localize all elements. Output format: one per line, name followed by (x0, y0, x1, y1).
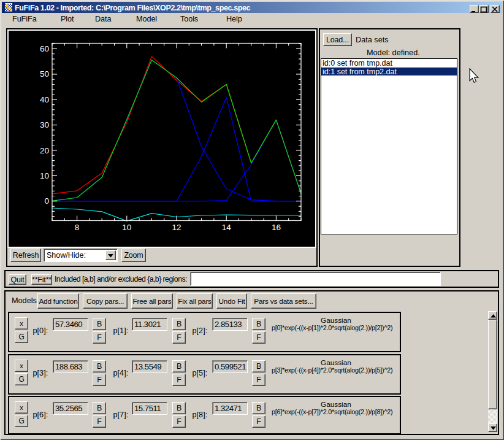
svg-text:16: 16 (272, 223, 281, 232)
svg-text:40: 40 (40, 95, 49, 104)
svg-text:30: 30 (40, 120, 49, 129)
svg-text:50: 50 (40, 69, 49, 79)
svg-text:20: 20 (40, 146, 49, 155)
svg-text:0: 0 (44, 196, 49, 206)
svg-text:14: 14 (222, 223, 232, 232)
svg-text:10: 10 (122, 223, 131, 232)
svg-text:60: 60 (40, 44, 49, 53)
svg-text:10: 10 (40, 171, 49, 180)
svg-text:12: 12 (172, 223, 181, 232)
svg-text:8: 8 (75, 223, 80, 232)
